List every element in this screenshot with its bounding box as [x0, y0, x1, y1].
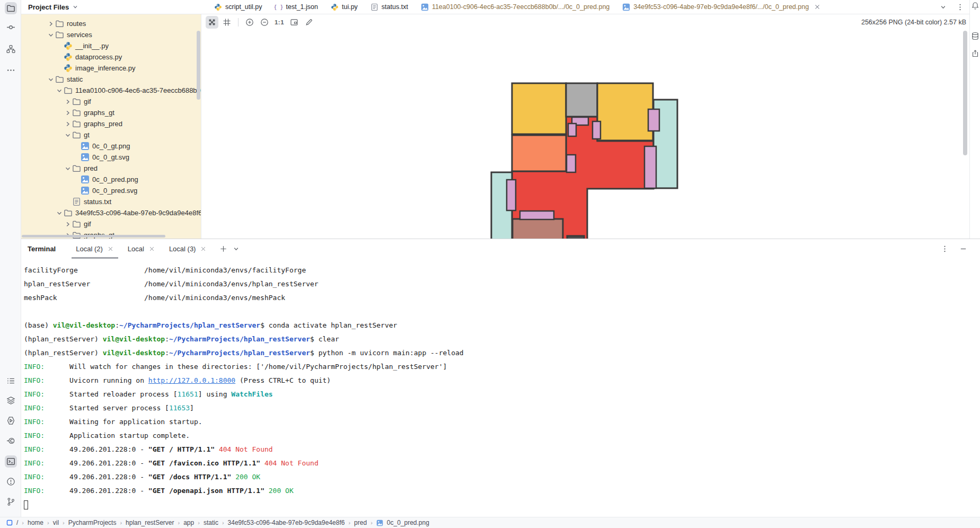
tree-row[interactable]: services — [21, 29, 201, 40]
tree-row[interactable]: 0c_0_gt.svg — [21, 152, 201, 163]
tree-row[interactable]: dataprocess.py — [21, 51, 201, 63]
terminal-panel-title[interactable]: Terminal — [28, 245, 56, 253]
chevron-down-icon[interactable] — [72, 3, 79, 11]
project-tool-button[interactable] — [5, 2, 17, 14]
tree-row[interactable]: 34e9fc53-c096-4abe-97eb-9c9da9e4e8f6 — [21, 207, 201, 218]
editor-tab[interactable]: 11ea0100-c906-4ec6-ac35-7eeccb688b0b/...… — [414, 0, 616, 14]
terminal-text: Waiting for application startup. — [45, 418, 202, 426]
terminal-text: vil@vil-desktop — [53, 321, 115, 329]
new-terminal-tab-button[interactable] — [217, 243, 229, 255]
breadcrumb-item[interactable]: pred — [354, 519, 367, 526]
chevron-right-icon[interactable] — [47, 20, 55, 28]
grid-button[interactable] — [220, 16, 233, 29]
breadcrumb-item[interactable]: 0c_0_pred.png — [387, 519, 429, 526]
problems-tool-button[interactable] — [5, 476, 17, 488]
tree-row[interactable]: 0c_0_pred.svg — [21, 185, 201, 196]
terminal-text: INFO: — [24, 418, 45, 426]
terminal-text: INFO: — [24, 487, 45, 495]
chevron-down-icon[interactable] — [64, 131, 72, 139]
terminal-tab-dropdown-button[interactable] — [230, 243, 242, 255]
run-tool-button[interactable] — [5, 415, 17, 427]
breadcrumb-item[interactable]: home — [28, 519, 43, 526]
chevron-down-icon[interactable] — [47, 75, 55, 84]
breadcrumb-root[interactable]: / — [16, 519, 18, 526]
folder-icon — [72, 164, 81, 173]
editor-tab[interactable]: tui.py — [324, 0, 364, 14]
tree-row[interactable]: pred — [21, 163, 201, 174]
tree-row[interactable]: image_inference.py — [21, 63, 201, 74]
terminal-tab[interactable]: Local — [123, 239, 160, 259]
services-tool-button[interactable] — [5, 394, 17, 407]
tree-row[interactable]: 0c_0_pred.png — [21, 174, 201, 185]
tree-vertical-scrollbar[interactable] — [197, 31, 200, 100]
close-icon[interactable] — [148, 245, 155, 252]
tree-row[interactable]: 0c_0_gt.png — [21, 140, 201, 152]
breadcrumb-separator-icon: › — [47, 520, 49, 526]
python-console-button[interactable] — [5, 435, 17, 447]
tab-list-chevron-icon[interactable] — [939, 3, 947, 11]
tree-row[interactable]: gif — [21, 96, 201, 107]
more-tools-button[interactable] — [5, 64, 17, 76]
actual-size-button[interactable]: 1:1 — [273, 16, 286, 29]
tree-row[interactable]: routes — [21, 18, 201, 29]
commit-tool-button[interactable] — [5, 21, 17, 33]
tree-item-label: graphs_gt — [84, 109, 114, 117]
breadcrumb-item[interactable]: vil — [53, 519, 59, 526]
tree-row[interactable]: 11ea0100-c906-4ec6-ac35-7eeccb688b0b — [21, 85, 201, 96]
terminal-text: : — [165, 335, 169, 343]
chevron-down-icon[interactable] — [55, 209, 64, 217]
terminal-output[interactable]: facilityForge /home/vil/miniconda3/envs/… — [24, 263, 975, 512]
project-panel-title[interactable]: Project Files — [28, 3, 69, 11]
terminal-options-kebab-icon[interactable] — [941, 245, 949, 253]
terminal-text: INFO: — [24, 459, 45, 467]
breadcrumb-item[interactable]: app — [183, 519, 194, 526]
breadcrumb-item[interactable]: PycharmProjects — [68, 519, 117, 526]
sciview-tool-button[interactable] — [970, 49, 980, 58]
terminal-tab[interactable]: Local (3) — [165, 239, 211, 259]
breadcrumb-item[interactable]: static — [204, 519, 218, 526]
database-tool-button[interactable] — [970, 31, 980, 41]
terminal-tab[interactable]: Local (2) — [72, 239, 118, 259]
notifications-button[interactable] — [970, 1, 980, 11]
terminal-line: meshPack /home/vil/miniconda3/envs/meshP… — [24, 291, 975, 305]
terminal-text: WatchFiles — [231, 390, 272, 398]
chevron-down-icon[interactable] — [64, 164, 72, 173]
editor-scrollbar[interactable] — [963, 31, 967, 155]
breadcrumb-item[interactable]: hplan_restServer — [126, 519, 174, 526]
terminal-text: Will watch for changes in these director… — [45, 363, 447, 371]
chevron-down-icon[interactable] — [55, 86, 64, 95]
chevron-right-icon[interactable] — [64, 220, 72, 228]
zoom-in-button[interactable] — [243, 16, 256, 29]
editor-tab[interactable]: 34e9fc53-c096-4abe-97eb-9c9da9e4e8f6/...… — [616, 0, 827, 14]
tree-row[interactable]: static — [21, 74, 201, 85]
zoom-out-button[interactable] — [258, 16, 271, 29]
close-icon[interactable] — [107, 245, 114, 252]
terminal-tool-button[interactable] — [5, 455, 17, 468]
tree-row[interactable]: graphs_gt — [21, 107, 201, 118]
fit-to-window-button[interactable] — [288, 16, 301, 29]
chevron-right-icon[interactable] — [64, 120, 72, 128]
editor-tab[interactable]: status.txt — [364, 0, 414, 14]
close-icon[interactable] — [814, 3, 821, 11]
tab-options-kebab-icon[interactable] — [956, 3, 964, 11]
chevron-down-icon[interactable] — [47, 31, 55, 39]
breadcrumb-item[interactable]: 34e9fc53-c096-4abe-97eb-9c9da9e4e8f6 — [228, 519, 345, 526]
chevron-right-icon[interactable] — [64, 98, 72, 106]
tree-row[interactable]: gif — [21, 218, 201, 230]
tree-row[interactable]: __init__.py — [21, 40, 201, 51]
close-icon[interactable] — [200, 245, 207, 252]
editor-tab[interactable]: { }test_1.json — [268, 0, 324, 14]
structure-tool-button[interactable] — [5, 43, 17, 55]
todo-tool-button[interactable] — [5, 375, 17, 387]
terminal-minimize-icon[interactable] — [959, 245, 967, 253]
image-viewer-canvas[interactable] — [201, 30, 980, 239]
edit-image-button[interactable] — [303, 16, 315, 29]
tree-row[interactable]: gt — [21, 129, 201, 140]
tree-row[interactable]: status.txt — [21, 196, 201, 207]
version-control-button[interactable] — [5, 496, 17, 508]
tree-horizontal-scrollbar[interactable] — [22, 235, 165, 237]
editor-tab[interactable]: script_util.py — [208, 0, 268, 14]
tree-row[interactable]: graphs_pred — [21, 118, 201, 129]
chevron-right-icon[interactable] — [64, 109, 72, 117]
transparency-checkerboard-button[interactable] — [206, 16, 218, 29]
